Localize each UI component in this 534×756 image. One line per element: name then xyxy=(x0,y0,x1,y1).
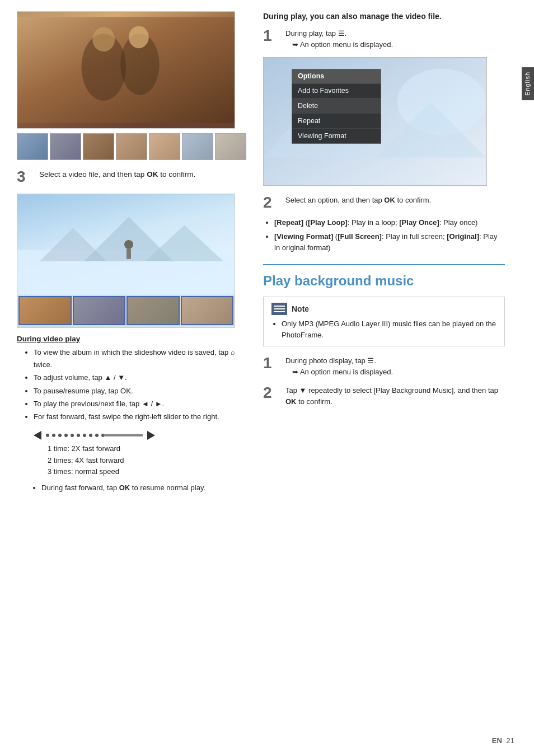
options-bullet-list: [Repeat] ([Play Loop]: Play in a loop; [… xyxy=(274,217,505,254)
video-thumb-4 xyxy=(181,296,234,325)
thumb-2 xyxy=(50,133,81,160)
thumb-1 xyxy=(17,133,48,160)
options-menu-header: Options xyxy=(292,69,381,83)
dot-5 xyxy=(71,434,74,437)
step3-text-before: Select a video file, and then tap xyxy=(39,170,147,179)
dot-2 xyxy=(52,434,55,437)
bg-step2-ok: OK xyxy=(285,397,297,406)
step2-text-after: to confirm. xyxy=(395,196,431,204)
side-tab-english: English xyxy=(522,67,534,100)
options-item-favorites[interactable]: Add to Favorites xyxy=(292,83,381,98)
page-footer: EN 21 xyxy=(492,736,514,745)
original-bold: [Original] xyxy=(447,232,479,241)
during-bullet-2: To adjust volume, tap ▲ / ▼. xyxy=(34,372,246,383)
full-screen-bold: [Full Screen] xyxy=(338,232,382,241)
dot-4 xyxy=(64,434,68,437)
dots-track xyxy=(46,434,105,437)
step1-arrow: ➥ xyxy=(292,39,298,50)
options-item-repeat[interactable]: Repeat xyxy=(292,114,381,129)
bg-step-2-container: 2 Tap ▼ repeatedly to select [Play Backg… xyxy=(263,385,505,407)
page-number-en: EN xyxy=(492,736,502,745)
option-viewing-format: [Viewing Format] ([Full Screen]: Play in… xyxy=(274,231,505,255)
note-line-1 xyxy=(274,306,285,307)
thumb-4 xyxy=(116,133,147,160)
playback-bar xyxy=(34,431,246,440)
thumb-5 xyxy=(149,133,180,160)
play-loop-bold: [Play Loop] xyxy=(308,218,348,227)
resume-text-after: to resume normal play. xyxy=(130,483,205,492)
step3-ok: OK xyxy=(147,170,158,179)
dot-8 xyxy=(89,434,92,437)
options-icon: ☰ xyxy=(338,29,345,37)
video-thumb-3 xyxy=(127,296,180,325)
couple-scene xyxy=(17,12,235,128)
right-step-2-text: Select an option, and then tap OK to con… xyxy=(285,195,505,206)
resume-ok: OK xyxy=(119,483,130,492)
progress-line xyxy=(104,434,143,436)
resume-bullet: During fast forward, tap OK to resume no… xyxy=(41,482,246,494)
note-box: Note Only MP3 (MPEG Audio Layer III) mus… xyxy=(263,297,505,346)
step-3-text: Select a video file, and then tap OK to … xyxy=(39,169,246,180)
bg-step1-before: During photo display, tap xyxy=(285,356,367,365)
options-item-delete[interactable]: Delete xyxy=(292,98,381,114)
dot-9 xyxy=(95,434,99,437)
svg-point-3 xyxy=(92,27,115,51)
right-step-1-text: During play, tap ☰. ➥ An option menu is … xyxy=(285,28,505,50)
note-line-3 xyxy=(274,311,285,312)
during-play-title: During play, you can also manage the vid… xyxy=(263,11,505,22)
during-bullet-3: To pause/resume play, tap OK. xyxy=(34,385,246,397)
note-content: Only MP3 (MPEG Audio Layer III) music fi… xyxy=(282,318,496,340)
dot-1 xyxy=(46,434,49,437)
options-menu-box: Options Add to Favorites Delete Repeat V… xyxy=(292,69,381,144)
fast-forward-speeds: 1 time: 2X fast forward 2 times: 4X fast… xyxy=(48,443,246,478)
page-number: 21 xyxy=(507,736,514,745)
speed-3: 3 times: normal speed xyxy=(48,466,246,478)
bg-step-2-text: Tap ▼ repeatedly to select [Play Backgro… xyxy=(285,385,505,407)
bg-step2-after: to confirm. xyxy=(297,397,332,406)
note-line-2 xyxy=(274,308,285,309)
section-divider xyxy=(263,264,505,265)
bg-step-2-number: 2 xyxy=(263,385,272,401)
resume-bullet-list: During fast forward, tap OK to resume no… xyxy=(34,482,246,494)
during-video-title: During video play xyxy=(17,335,246,343)
svg-point-4 xyxy=(129,26,149,48)
speed-1: 1 time: 2X fast forward xyxy=(48,443,246,455)
right-step-2-container: 2 Select an option, and then tap OK to c… xyxy=(263,195,505,210)
step1-result: An option menu is displayed. xyxy=(300,40,393,49)
during-video-section: During video play To view the album in w… xyxy=(17,335,246,423)
video-thumb-1 xyxy=(18,296,72,325)
step2-text-before: Select an option, and then tap xyxy=(285,196,384,204)
step-3-number: 3 xyxy=(17,169,26,185)
video-image xyxy=(17,194,235,328)
note-list: Only MP3 (MPEG Audio Layer III) music fi… xyxy=(282,318,496,340)
bg-step-1-container: 1 During photo display, tap ☰. ➥ An opti… xyxy=(263,355,505,378)
step-3-container: 3 Select a video file, and then tap OK t… xyxy=(17,169,246,187)
left-column: PHILIPS xyxy=(0,0,257,756)
video-thumbs-row xyxy=(17,295,235,326)
right-step-2-number: 2 xyxy=(263,195,272,210)
option-repeat-text: ([Play Loop]: Play in a loop; [Play Once… xyxy=(306,218,478,227)
bg-step-1-number: 1 xyxy=(263,355,272,371)
note-icon xyxy=(271,303,287,315)
bg-step-1-text: During photo display, tap ☰. ➥ An option… xyxy=(285,355,505,378)
right-step-1-container: 1 During play, tap ☰. ➥ An option menu i… xyxy=(263,28,505,50)
note-label: Note xyxy=(292,304,309,313)
step1-text-before: During play, tap xyxy=(285,29,338,37)
dot-3 xyxy=(58,434,62,437)
option-repeat-bold: [Repeat] xyxy=(274,218,303,227)
fast-forward-icon xyxy=(147,431,155,440)
video-scene xyxy=(17,194,235,295)
option-viewing-bold: [Viewing Format] xyxy=(274,232,333,241)
speed-2: 2 times: 4X fast forward xyxy=(48,455,246,467)
option-repeat: [Repeat] ([Play Loop]: Play in a loop; [… xyxy=(274,217,505,229)
section-heading-bg-music: Play background music xyxy=(263,273,505,289)
right-step-1-number: 1 xyxy=(263,28,272,44)
thumb-3 xyxy=(83,133,114,160)
during-bullet-5: For fast forward, fast swipe the right-l… xyxy=(34,411,246,422)
during-video-bullets: To view the album in which the slideshow… xyxy=(34,346,246,423)
resume-text-before: During fast forward, tap xyxy=(41,483,119,492)
options-menu-screenshot: Options Add to Favorites Delete Repeat V… xyxy=(263,57,487,186)
couple-image: PHILIPS xyxy=(17,11,235,129)
svg-rect-11 xyxy=(127,249,131,259)
options-item-viewing-format[interactable]: Viewing Format xyxy=(292,129,381,143)
